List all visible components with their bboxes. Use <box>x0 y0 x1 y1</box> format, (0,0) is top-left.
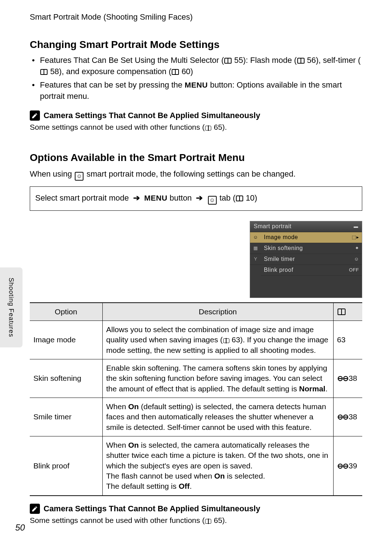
book-icon <box>205 126 211 130</box>
option-description: Allows you to select the combination of … <box>102 321 333 359</box>
heading-changing-settings: Changing Smart Portrait Mode Settings <box>30 38 362 52</box>
blink-proof-value: OFF <box>349 267 359 273</box>
option-name: Image mode <box>30 321 102 359</box>
option-ref: ⊖⊖39 <box>333 436 362 495</box>
col-reference <box>333 303 362 321</box>
note-heading: Camera Settings That Cannot Be Applied S… <box>44 503 260 514</box>
book-icon <box>223 338 229 343</box>
bullet-item-1: Features That Can Be Set Using the Multi… <box>40 55 362 77</box>
page-number: 50 <box>15 522 25 533</box>
table-row: Image mode Allows you to select the comb… <box>30 321 362 359</box>
note-block-2: Camera Settings That Cannot Be Applied S… <box>30 503 362 526</box>
heading-options-available: Options Available in the Smart Portrait … <box>30 151 362 165</box>
menu-label: MENU <box>185 81 208 89</box>
lcd-item-smile-timer: Smile timer ☺ <box>261 254 362 265</box>
bullet-list: Features That Can Be Set Using the Multi… <box>30 55 362 102</box>
book-icon <box>224 58 232 64</box>
smile-timer-value-icon: ☺ <box>354 256 359 262</box>
note-heading: Camera Settings That Cannot Be Applied S… <box>44 110 260 121</box>
book-icon <box>297 58 305 64</box>
pencil-icon <box>30 110 40 121</box>
arrow-icon: ➔ <box>196 193 203 202</box>
table-row: Blink proof When On is selected, the cam… <box>30 436 362 495</box>
smart-portrait-icon <box>75 172 83 181</box>
book-icon <box>205 519 211 524</box>
option-name: Blink proof <box>30 436 102 495</box>
lcd-tab-playback: ▦ <box>250 243 261 254</box>
sidebar-label: Shooting Features <box>7 278 16 337</box>
lcd-item-blink-proof: Blink proof OFF <box>261 265 362 276</box>
reference-section-icon: ⊖⊖ <box>337 374 348 383</box>
book-icon <box>172 69 179 75</box>
arrow-icon: ➔ <box>133 193 140 202</box>
lcd-tab-setup: Y <box>250 254 261 265</box>
col-description: Description <box>102 303 333 321</box>
skin-softening-value-icon: ✦ <box>355 245 359 251</box>
reference-section-icon: ⊖⊖ <box>337 461 348 471</box>
lcd-menu-mockup: Smart portrait ▬ ☺ ▦ Y Image mode ⬚▸ Ski… <box>250 221 362 298</box>
options-table: Option Description Image mode Allows you… <box>30 302 362 496</box>
intro-line: When using smart portrait mode, the foll… <box>30 168 362 181</box>
navigation-path-box: Select smart portrait mode ➔ MENU button… <box>30 186 362 211</box>
note-block-1: Camera Settings That Cannot Be Applied S… <box>30 110 362 133</box>
table-row: Skin softening Enable skin softening. Th… <box>30 359 362 398</box>
lcd-item-skin-softening: Skin softening ✦ <box>261 243 362 254</box>
battery-icon: ▬ <box>354 223 359 229</box>
book-icon <box>40 69 48 75</box>
option-name: Skin softening <box>30 359 102 398</box>
book-icon <box>338 309 346 315</box>
pencil-icon <box>30 504 40 514</box>
option-description: When On is selected, the camera automati… <box>102 436 333 495</box>
sidebar-tab: Shooting Features <box>0 267 23 347</box>
menu-label: MENU <box>144 194 167 202</box>
option-ref: ⊖⊖38 <box>333 398 362 436</box>
lcd-tab-smart-portrait: ☺ <box>250 232 261 243</box>
reference-section-icon: ⊖⊖ <box>337 412 348 422</box>
image-mode-value-icon: ⬚▸ <box>352 234 359 241</box>
option-ref: ⊖⊖38 <box>333 359 362 398</box>
smart-portrait-icon <box>208 196 217 205</box>
note-body: Some settings cannot be used with other … <box>30 515 362 525</box>
option-description: When On (default setting) is selected, t… <box>102 398 333 436</box>
table-row: Smile timer When On (default setting) is… <box>30 398 362 436</box>
bullet-item-2: Features that can be set by pressing the… <box>40 80 362 102</box>
col-option: Option <box>30 303 102 321</box>
lcd-title: Smart portrait <box>254 222 291 230</box>
option-name: Smile timer <box>30 398 102 436</box>
lcd-item-image-mode: Image mode ⬚▸ <box>261 232 362 243</box>
option-ref: 63 <box>333 321 362 359</box>
note-body: Some settings cannot be used with other … <box>30 122 362 132</box>
book-icon <box>236 196 243 201</box>
running-head: Smart Portrait Mode (Shooting Smiling Fa… <box>30 12 362 23</box>
option-description: Enable skin softening. The camera soften… <box>102 359 333 398</box>
